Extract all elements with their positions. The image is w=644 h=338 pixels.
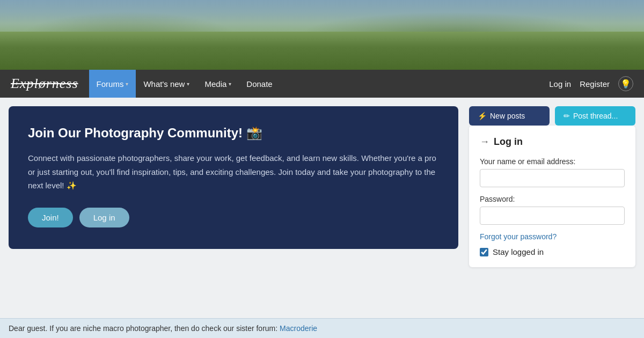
- nav-whats-new[interactable]: What's new ▾: [136, 70, 197, 98]
- login-box: → Log in Your name or email address: Pas…: [469, 126, 635, 267]
- login-header: → Log in: [480, 136, 625, 148]
- login-button[interactable]: Log in: [79, 208, 129, 227]
- right-action-buttons: ⚡ New posts ✏ Post thread...: [469, 106, 635, 126]
- nav-items: Forums ▾ What's new ▾ Media ▾ Donate: [89, 70, 550, 98]
- community-title: Join Our Photography Community! 📸: [28, 126, 439, 141]
- nav-login-link[interactable]: Log in: [549, 79, 571, 89]
- forums-arrow-icon: ▾: [126, 81, 128, 87]
- community-description: Connect with passionate photographers, s…: [28, 151, 439, 193]
- login-title: Log in: [494, 136, 523, 148]
- community-promo-box: Join Our Photography Community! 📸 Connec…: [9, 106, 458, 249]
- whats-new-arrow-icon: ▾: [187, 81, 189, 87]
- username-input[interactable]: [480, 169, 625, 187]
- banner-overlay: [0, 0, 644, 70]
- password-input[interactable]: [480, 207, 625, 225]
- forgot-password-link[interactable]: Forgot your password?: [480, 232, 625, 241]
- nav-media[interactable]: Media ▾: [197, 70, 239, 98]
- login-arrow-icon: →: [480, 136, 489, 148]
- theme-toggle-button[interactable]: 💡: [618, 76, 633, 91]
- main-left-column: Join Our Photography Community! 📸 Connec…: [9, 106, 458, 267]
- nav-register-link[interactable]: Register: [580, 79, 610, 89]
- new-posts-button[interactable]: ⚡ New posts: [469, 106, 550, 126]
- navbar: Explørness Forums ▾ What's new ▾ Media ▾…: [0, 70, 644, 98]
- site-logo[interactable]: Explørness: [11, 76, 78, 92]
- stay-logged-in-label: Stay logged in: [493, 247, 544, 256]
- community-cta: Join! Log in: [28, 208, 439, 227]
- stay-logged-in-row: Stay logged in: [480, 247, 625, 256]
- new-posts-icon: ⚡: [478, 112, 487, 120]
- post-thread-button[interactable]: ✏ Post thread...: [555, 106, 635, 126]
- post-thread-icon: ✏: [564, 112, 570, 120]
- nav-donate[interactable]: Donate: [239, 70, 280, 98]
- site-banner: [0, 0, 644, 70]
- stay-logged-in-checkbox[interactable]: [480, 248, 488, 256]
- main-right-column: ⚡ New posts ✏ Post thread... → Log in Yo…: [469, 106, 635, 267]
- password-label: Password:: [480, 195, 625, 203]
- nav-forums[interactable]: Forums ▾: [89, 70, 136, 98]
- media-arrow-icon: ▾: [229, 81, 231, 87]
- join-button[interactable]: Join!: [28, 208, 73, 227]
- name-label: Your name or email address:: [480, 157, 625, 166]
- nav-right: Log in Register 💡: [549, 76, 633, 91]
